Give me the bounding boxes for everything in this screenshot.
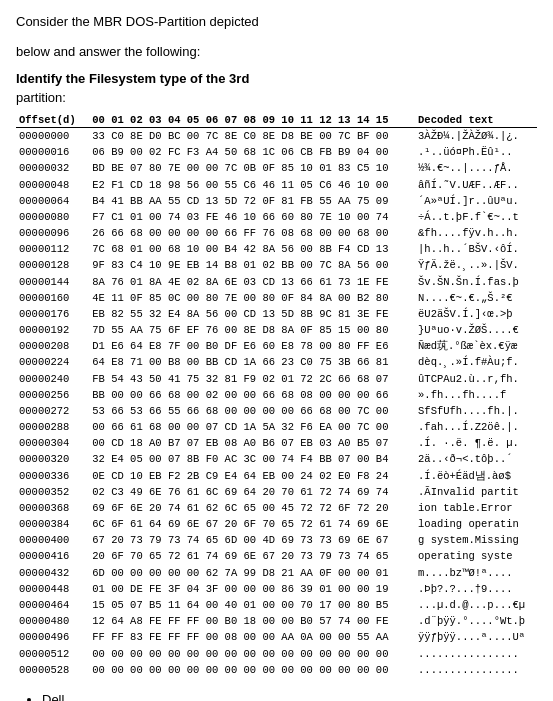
table-row: 000001927D 55 AA 75 6F EF 76 00 8E D8 8A…: [16, 322, 537, 338]
table-row: 0000001606 B9 00 02 FC F3 A4 50 68 1C 06…: [16, 144, 537, 160]
intro-line1: Consider the MBR DOS-Partition depicted: [16, 12, 537, 32]
hex-dump-table: Offset(d) 00 01 02 03 04 05 06 07 08 09 …: [16, 113, 537, 678]
decoded-cell: ëU2äŠV.Í.]‹œ.>þ: [415, 306, 537, 322]
offset-cell: 00000288: [16, 419, 89, 435]
table-row: 0000052800 00 00 00 00 00 00 00 00 00 00…: [16, 662, 537, 678]
answer-list: DellNTFSMacOSxLinux: [16, 692, 537, 701]
offset-cell: 00000416: [16, 548, 89, 564]
decoded-cell: dèq.¸.»Í.f#Àu;f.: [415, 354, 537, 370]
decoded-cell: }Uªuo·v.ŽØŠ....€: [415, 322, 537, 338]
offset-cell: 00000400: [16, 532, 89, 548]
decoded-cell: N....€~.€.„Š.²€: [415, 290, 537, 306]
decoded-cell: g system.Missing: [415, 532, 537, 548]
intro-line2: below and answer the following:: [16, 42, 537, 62]
decoded-cell: âñÍ.˜V.UÆF..ÆF..: [415, 177, 537, 193]
decoded-cell: SfSfUfh....fh.|.: [415, 403, 537, 419]
decoded-cell: ...µ.d.@...p...€µ: [415, 597, 537, 613]
hex-cell: 6C 6F 61 64 69 6E 67 20 6F 70 65 72 61 7…: [89, 516, 415, 532]
table-row: 0000022464 E8 71 00 B8 00 BB CD 1A 66 23…: [16, 354, 537, 370]
hex-cell: 67 20 73 79 73 74 65 6D 00 4D 69 73 73 6…: [89, 532, 415, 548]
hex-cell: 00 CD 18 A0 B7 07 EB 08 A0 B6 07 EB 03 A…: [89, 435, 415, 451]
hex-cell: 32 E4 05 00 07 8B F0 AC 3C 00 74 F4 BB 0…: [89, 451, 415, 467]
offset-cell: 00000128: [16, 257, 89, 273]
hex-cell: 69 6F 6E 20 74 61 62 6C 65 00 45 72 72 6…: [89, 500, 415, 516]
hex-cell: 4E 11 0F 85 0C 00 80 7E 00 80 0F 84 8A 0…: [89, 290, 415, 306]
hex-cell: 26 66 68 00 00 00 00 66 FF 76 08 68 00 0…: [89, 225, 415, 241]
decoded-cell: ion table.Error: [415, 500, 537, 516]
decoded-cell: ................: [415, 646, 537, 662]
hex-cell: 12 64 A8 FE FF FF 00 B0 18 00 00 B0 57 7…: [89, 613, 415, 629]
hex-cell: 7C 68 01 00 68 10 00 B4 42 8A 56 00 8B F…: [89, 241, 415, 257]
hex-cell: 64 E8 71 00 B8 00 BB CD 1A 66 23 C0 75 3…: [89, 354, 415, 370]
offset-cell: 00000208: [16, 338, 89, 354]
decoded-cell: .d¨þÿÿ.°....°Wt.þ: [415, 613, 537, 629]
hex-cell: B4 41 BB AA 55 CD 13 5D 72 0F 81 FB 55 A…: [89, 193, 415, 209]
question-text: Identify the Filesystem type of the 3rd: [16, 71, 537, 86]
offset-cell: 00000320: [16, 451, 89, 467]
table-row: 00000176EB 82 55 32 E4 8A 56 00 CD 13 5D…: [16, 306, 537, 322]
hex-cell: E2 F1 CD 18 98 56 00 55 C6 46 11 05 C6 4…: [89, 177, 415, 193]
offset-cell: 00000384: [16, 516, 89, 532]
offset-cell: 00000240: [16, 371, 89, 387]
offset-cell: 00000336: [16, 468, 89, 484]
hex-cell: D1 E6 64 E8 7F 00 B0 DF E6 60 E8 78 00 8…: [89, 338, 415, 354]
offset-cell: 00000512: [16, 646, 89, 662]
offset-cell: 00000016: [16, 144, 89, 160]
decoded-cell: .Þþ?.?...†9....: [415, 581, 537, 597]
hex-cell: 8A 76 01 8A 4E 02 8A 6E 03 CD 13 66 61 7…: [89, 274, 415, 290]
offset-cell: 00000496: [16, 629, 89, 645]
decoded-cell: |h..h..´BŠV.‹ôÍ.: [415, 241, 537, 257]
table-row: 0000036869 6F 6E 20 74 61 62 6C 65 00 45…: [16, 500, 537, 516]
hex-cell: 33 C0 8E D0 BC 00 7C 8E C0 8E D8 BE 00 7…: [89, 128, 415, 145]
hex-cell: 6D 00 00 00 00 00 62 7A 99 D8 21 AA 0F 0…: [89, 565, 415, 581]
decoded-cell: .fah...Í.Z2öê.|.: [415, 419, 537, 435]
decoded-cell: loading operatin: [415, 516, 537, 532]
offset-cell: 00000368: [16, 500, 89, 516]
decoded-cell: 3ÀŽÐ¼.|ŽÀŽØ¾.|¿.: [415, 128, 537, 145]
decoded-cell: ».fh...fh....f: [415, 387, 537, 403]
offset-cell: 00000144: [16, 274, 89, 290]
table-row: 00000208D1 E6 64 E8 7F 00 B0 DF E6 60 E8…: [16, 338, 537, 354]
hex-cell: 7D 55 AA 75 6F EF 76 00 8E D8 8A 0F 85 1…: [89, 322, 415, 338]
offset-cell: 00000096: [16, 225, 89, 241]
table-row: 000001604E 11 0F 85 0C 00 80 7E 00 80 0F…: [16, 290, 537, 306]
hex-cell: 53 66 53 66 55 66 68 00 00 00 00 66 68 0…: [89, 403, 415, 419]
decoded-cell: ½¾.€~..|....ƒÅ.: [415, 160, 537, 176]
table-row: 00000496FF FF 83 FE FF FF 00 08 00 00 AA…: [16, 629, 537, 645]
offset-cell: 00000352: [16, 484, 89, 500]
offset-cell: 00000528: [16, 662, 89, 678]
decoded-cell: ´A»ªUÍ.]r..ûUªu.: [415, 193, 537, 209]
table-row: 000001127C 68 01 00 68 10 00 B4 42 8A 56…: [16, 241, 537, 257]
decoded-cell: m....bz™Ø!ª....: [415, 565, 537, 581]
table-row: 0000046415 05 07 B5 11 64 00 40 01 00 00…: [16, 597, 537, 613]
col-header-decoded: Decoded text: [415, 113, 537, 128]
col-header-hex: 00 01 02 03 04 05 06 07 08 09 10 11 12 1…: [89, 113, 415, 128]
hex-cell: EB 82 55 32 E4 8A 56 00 CD 13 5D 8B 9C 8…: [89, 306, 415, 322]
decoded-cell: ŸƒÄ.žë.¸..».|ŠV.: [415, 257, 537, 273]
hex-cell: FB 54 43 50 41 75 32 81 F9 02 01 72 2C 6…: [89, 371, 415, 387]
sub-label: partition:: [16, 90, 537, 105]
table-row: 0000048012 64 A8 FE FF FF 00 B0 18 00 00…: [16, 613, 537, 629]
decoded-cell: .¹..üó¤Ph.Ëû¹..: [415, 144, 537, 160]
offset-cell: 00000176: [16, 306, 89, 322]
table-row: 0000041620 6F 70 65 72 61 74 69 6E 67 20…: [16, 548, 537, 564]
hex-cell: 0E CD 10 EB F2 2B C9 E4 64 EB 00 24 02 E…: [89, 468, 415, 484]
hex-cell: F7 C1 01 00 74 03 FE 46 10 66 60 80 7E 1…: [89, 209, 415, 225]
table-row: 0000027253 66 53 66 55 66 68 00 00 00 00…: [16, 403, 537, 419]
decoded-cell: ÷Á..t.þF.f`€~..t: [415, 209, 537, 225]
hex-cell: 02 C3 49 6E 76 61 6C 69 64 20 70 61 72 7…: [89, 484, 415, 500]
table-row: 0000035202 C3 49 6E 76 61 6C 69 64 20 70…: [16, 484, 537, 500]
offset-cell: 00000192: [16, 322, 89, 338]
table-row: 0000032032 E4 05 00 07 8B F0 AC 3C 00 74…: [16, 451, 537, 467]
offset-cell: 00000272: [16, 403, 89, 419]
hex-cell: BD BE 07 80 7E 00 00 7C 0B 0F 85 10 01 8…: [89, 160, 415, 176]
list-item: Dell: [42, 692, 537, 701]
table-row: 000001448A 76 01 8A 4E 02 8A 6E 03 CD 13…: [16, 274, 537, 290]
table-row: 00000064B4 41 BB AA 55 CD 13 5D 72 0F 81…: [16, 193, 537, 209]
hex-cell: 06 B9 00 02 FC F3 A4 50 68 1C 06 CB FB B…: [89, 144, 415, 160]
offset-cell: 00000064: [16, 193, 89, 209]
table-row: 000003846C 6F 61 64 69 6E 67 20 6F 70 65…: [16, 516, 537, 532]
hex-cell: 00 00 00 00 00 00 00 00 00 00 00 00 00 0…: [89, 662, 415, 678]
table-row: 0000030400 CD 18 A0 B7 07 EB 08 A0 B6 07…: [16, 435, 537, 451]
offset-cell: 00000160: [16, 290, 89, 306]
